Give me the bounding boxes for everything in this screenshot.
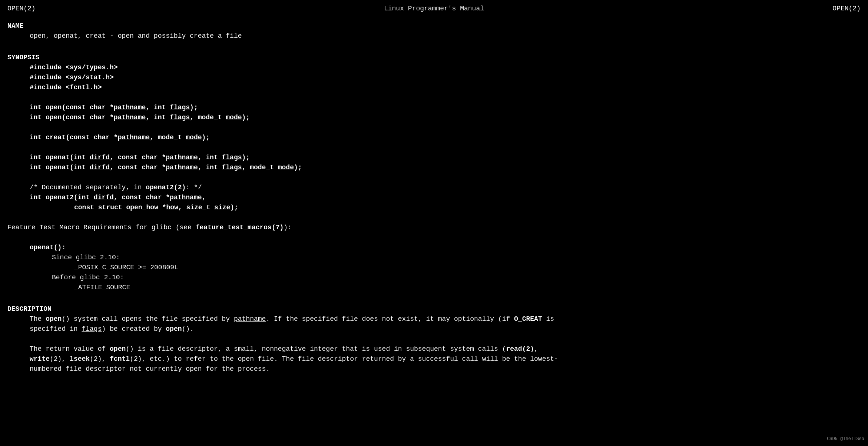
section-name-title: NAME: [7, 21, 861, 31]
watermark: CSDN @TheITSea: [827, 436, 864, 442]
func-openat2-comment: /* Documented separately, in openat2(2):…: [7, 183, 861, 193]
section-synopsis-title: SYNOPSIS: [7, 53, 861, 63]
func-open-1: int open(const char *pathname, int flags…: [7, 103, 861, 113]
description-para1-cont: specified in flags) be created by open()…: [7, 324, 861, 334]
posix-value: _POSIX_C_SOURCE >= 200809L: [7, 263, 861, 273]
func-openat-1: int openat(int dirfd, const char *pathna…: [7, 153, 861, 163]
openat-label: openat():: [7, 243, 861, 253]
func-openat2-1: int openat2(int dirfd, const char *pathn…: [7, 193, 861, 203]
header-left: OPEN(2): [7, 4, 36, 14]
description-para1: The open() system call opens the file sp…: [7, 314, 861, 324]
func-openat-2: int openat(int dirfd, const char *pathna…: [7, 163, 861, 173]
description-para2-3: numbered file descriptor not currently o…: [7, 364, 861, 374]
since-glibc: Since glibc 2.10:: [7, 253, 861, 263]
page-header: OPEN(2) Linux Programmer's Manual OPEN(2…: [7, 4, 861, 14]
feature-test-intro: Feature Test Macro Requirements for glib…: [7, 223, 861, 233]
description-para2-2: write(2), lseek(2), fcntl(2), etc.) to r…: [7, 354, 861, 364]
include-1: #include <sys/types.h>: [7, 63, 861, 73]
include-3: #include <fcntl.h>: [7, 83, 861, 93]
section-synopsis: SYNOPSIS #include <sys/types.h> #include…: [7, 53, 861, 293]
section-description-title: DESCRIPTION: [7, 304, 861, 314]
description-para2-1: The return value of open() is a file des…: [7, 344, 861, 354]
header-right: OPEN(2): [832, 4, 861, 14]
atfile-value: _ATFILE_SOURCE: [7, 283, 861, 293]
func-openat2-2: const struct open_how *how, size_t size)…: [7, 203, 861, 213]
include-2: #include <sys/stat.h>: [7, 73, 861, 83]
before-glibc: Before glibc 2.10:: [7, 273, 861, 283]
section-name-content: open, openat, creat - open and possibly …: [7, 31, 861, 41]
header-center: Linux Programmer's Manual: [384, 4, 484, 14]
section-name: NAME open, openat, creat - open and poss…: [7, 21, 861, 41]
func-creat: int creat(const char *pathname, mode_t m…: [7, 133, 861, 143]
func-open-2: int open(const char *pathname, int flags…: [7, 113, 861, 123]
page-container: OPEN(2) Linux Programmer's Manual OPEN(2…: [7, 4, 861, 374]
section-description: DESCRIPTION The open() system call opens…: [7, 304, 861, 374]
